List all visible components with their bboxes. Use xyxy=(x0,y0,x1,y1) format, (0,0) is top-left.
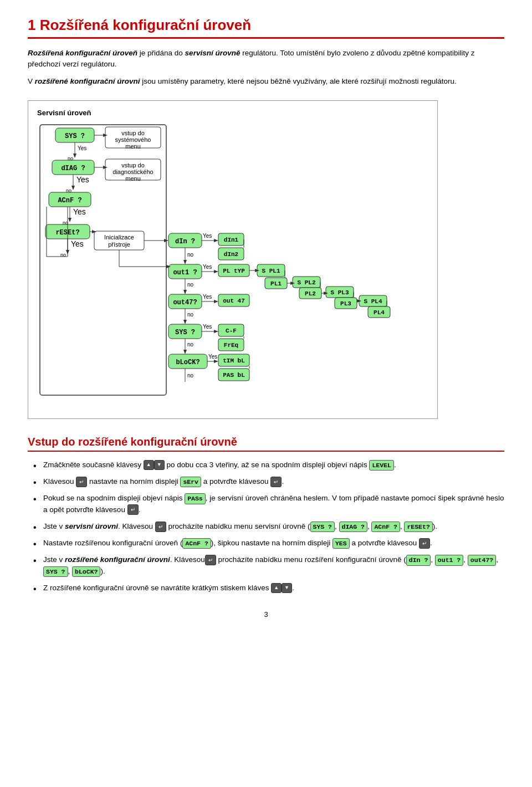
svg-marker-122 xyxy=(214,360,218,363)
svg-text:SYS ?: SYS ? xyxy=(175,329,195,336)
reset-code: rESEt? xyxy=(404,522,432,532)
svg-text:no: no xyxy=(187,341,194,347)
svg-text:systémového: systémového xyxy=(115,136,151,143)
svg-text:PL2: PL2 xyxy=(305,290,316,297)
sys2-code: SYS ? xyxy=(43,566,68,577)
svg-text:vstup do: vstup do xyxy=(121,162,145,168)
svg-text:C-F: C-F xyxy=(226,328,237,334)
svg-text:přístroje: přístroje xyxy=(108,241,130,248)
svg-text:out47?: out47? xyxy=(173,299,197,306)
svg-marker-99 xyxy=(214,300,218,303)
svg-text:out 47: out 47 xyxy=(223,298,245,304)
level-code: LEVEL xyxy=(369,460,394,471)
svg-marker-117 xyxy=(183,350,187,354)
svg-text:PL1: PL1 xyxy=(270,280,282,287)
bullet-5: Nastavte rozšířenou konfigurační úroveň … xyxy=(33,538,504,549)
svg-text:PL tYP: PL tYP xyxy=(223,268,245,274)
yes-code: YES xyxy=(332,538,350,549)
svg-marker-3 xyxy=(73,154,76,158)
svg-text:S PL3: S PL3 xyxy=(330,289,349,296)
down-arrow-icon-2: ▼ xyxy=(282,583,292,593)
serv-code: sErv xyxy=(180,477,201,487)
svg-text:FrEq: FrEq xyxy=(224,342,238,349)
svg-text:ACnF ?: ACnF ? xyxy=(58,197,81,205)
svg-text:Inicializace: Inicializace xyxy=(104,234,134,241)
din-code: dIn ? xyxy=(406,555,431,565)
svg-text:dIn ?: dIn ? xyxy=(175,238,195,246)
pass-code: PASs xyxy=(185,493,206,504)
svg-marker-77 xyxy=(183,290,187,294)
svg-text:PL4: PL4 xyxy=(374,309,385,316)
svg-text:dIAG ?: dIAG ? xyxy=(61,165,85,172)
svg-marker-27 xyxy=(68,218,71,222)
enter-icon-4: ↵ xyxy=(155,522,166,532)
svg-text:SYS ?: SYS ? xyxy=(65,132,85,140)
acnf-code2: ACnF ? xyxy=(182,538,211,549)
svg-text:PAS bL: PAS bL xyxy=(223,372,245,379)
svg-text:no: no xyxy=(187,311,194,318)
svg-text:diagnostického: diagnostického xyxy=(112,168,153,175)
acnf-code: ACnF ? xyxy=(371,522,400,532)
flow-diagram: SYS ? Yes no vstup do systémového menu d… xyxy=(39,122,427,411)
enter-icon-2: ↵ xyxy=(270,477,282,487)
enter-icon-6: ↵ xyxy=(205,555,216,565)
out47-code: out47? xyxy=(468,555,496,565)
svg-text:vstup do: vstup do xyxy=(121,130,145,136)
svg-text:Yes: Yes xyxy=(71,239,84,248)
diagram-label: Servisní úroveň xyxy=(37,109,428,117)
svg-text:S PL4: S PL4 xyxy=(364,298,382,305)
diagram-container: Servisní úroveň SYS ? Yes no vstup do sy… xyxy=(28,100,438,419)
svg-text:Yes: Yes xyxy=(203,324,212,330)
svg-marker-15 xyxy=(71,186,75,190)
enter-icon-1: ↵ xyxy=(76,477,87,487)
svg-text:out1 ?: out1 ? xyxy=(173,269,197,277)
svg-text:Yes: Yes xyxy=(76,175,89,184)
svg-text:Yes: Yes xyxy=(203,294,212,300)
svg-text:Yes: Yes xyxy=(203,233,212,239)
up-arrow-icon: ▲ xyxy=(144,460,154,470)
bullet-7: Z rozšířené konfigurační úrovně se navrá… xyxy=(33,582,504,594)
bullet-6: Jste v rozšířené konfigurační úrovni. Kl… xyxy=(33,554,504,577)
svg-text:S PL1: S PL1 xyxy=(262,268,280,274)
svg-text:dIn1: dIn1 xyxy=(224,237,239,243)
bullet-3: Pokud se na spodním displeji objeví nápi… xyxy=(33,493,504,515)
svg-marker-104 xyxy=(183,320,187,324)
svg-marker-109 xyxy=(214,330,218,333)
bullet-list: Zmáčkněte současně klávesy ▲▼ po dobu cc… xyxy=(28,459,504,594)
svg-text:dIn2: dIn2 xyxy=(224,251,238,258)
page-title: 1 Rozšířená konfigurační úroveň xyxy=(28,17,504,39)
down-arrow-icon: ▼ xyxy=(154,460,165,470)
bullet-1: Zmáčkněte současně klávesy ▲▼ po dobu cc… xyxy=(33,459,504,471)
enter-icon-5: ↵ xyxy=(419,538,430,549)
svg-text:Yes: Yes xyxy=(203,264,212,270)
svg-text:S PL2: S PL2 xyxy=(297,279,315,286)
diag-code: dIAG ? xyxy=(339,522,367,532)
intro-p1: Rozšířená konfigurační úroveň je přidána… xyxy=(28,48,504,70)
bullet-4: Jste v servisní úrovni. Klávesou ↵ proch… xyxy=(33,521,504,532)
enter-icon-3: ↵ xyxy=(127,504,139,515)
svg-text:menu: menu xyxy=(125,143,141,150)
bullet-2: Klávesou ↵ nastavte na horním displeji s… xyxy=(33,476,504,487)
intro-p2: V rozšířené konfigurační úrovni jsou umí… xyxy=(28,76,504,87)
svg-text:bLoCK?: bLoCK? xyxy=(176,359,200,366)
svg-marker-61 xyxy=(214,270,218,273)
svg-text:PL3: PL3 xyxy=(340,300,351,307)
svg-text:menu: menu xyxy=(125,175,141,182)
up-arrow-icon-2: ▲ xyxy=(271,583,282,593)
svg-text:Yes: Yes xyxy=(78,145,86,151)
svg-text:Yes: Yes xyxy=(73,207,86,216)
block-code: bLoCK? xyxy=(72,566,100,577)
svg-text:no: no xyxy=(187,372,194,379)
section-title: Vstup do rozšířené konfigurační úrovně xyxy=(28,436,504,452)
svg-marker-48 xyxy=(214,239,218,242)
svg-marker-56 xyxy=(183,260,187,264)
svg-text:no: no xyxy=(187,252,194,258)
svg-text:Yes: Yes xyxy=(208,354,217,360)
svg-text:tIM bL: tIM bL xyxy=(223,357,245,364)
out1-code: out1 ? xyxy=(435,555,463,565)
svg-text:no: no xyxy=(187,282,194,288)
page-number: 3 xyxy=(28,610,504,619)
sys-code: SYS ? xyxy=(310,522,335,532)
